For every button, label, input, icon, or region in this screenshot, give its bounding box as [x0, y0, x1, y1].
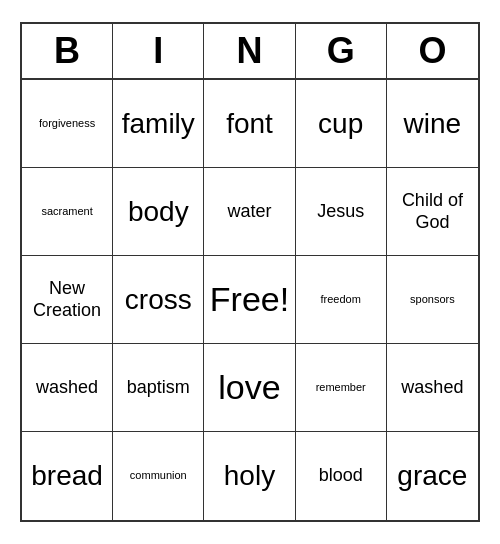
bingo-cell: Child of God	[387, 168, 478, 256]
cell-text: Free!	[210, 279, 289, 320]
cell-text: Child of God	[390, 190, 475, 233]
bingo-cell: font	[204, 80, 295, 168]
cell-text: washed	[401, 377, 463, 399]
cell-text: forgiveness	[39, 117, 95, 130]
bingo-cell: bread	[22, 432, 113, 520]
bingo-letter: G	[296, 24, 387, 78]
bingo-cell: forgiveness	[22, 80, 113, 168]
cell-text: communion	[130, 469, 187, 482]
cell-text: remember	[316, 381, 366, 394]
bingo-cell: grace	[387, 432, 478, 520]
bingo-cell: family	[113, 80, 204, 168]
bingo-grid: forgivenessfamilyfontcupwinesacramentbod…	[22, 80, 478, 520]
cell-text: cross	[125, 283, 192, 317]
bingo-cell: holy	[204, 432, 295, 520]
cell-text: freedom	[321, 293, 361, 306]
bingo-cell: body	[113, 168, 204, 256]
bingo-cell: washed	[22, 344, 113, 432]
cell-text: washed	[36, 377, 98, 399]
bingo-cell: sponsors	[387, 256, 478, 344]
bingo-cell: communion	[113, 432, 204, 520]
bingo-letter: B	[22, 24, 113, 78]
cell-text: body	[128, 195, 189, 229]
bingo-cell: freedom	[296, 256, 387, 344]
bingo-cell: water	[204, 168, 295, 256]
bingo-cell: Jesus	[296, 168, 387, 256]
bingo-cell: baptism	[113, 344, 204, 432]
bingo-cell: cross	[113, 256, 204, 344]
cell-text: blood	[319, 465, 363, 487]
bingo-letter: I	[113, 24, 204, 78]
bingo-cell: sacrament	[22, 168, 113, 256]
cell-text: sponsors	[410, 293, 455, 306]
bingo-cell: washed	[387, 344, 478, 432]
cell-text: family	[122, 107, 195, 141]
cell-text: font	[226, 107, 273, 141]
cell-text: baptism	[127, 377, 190, 399]
cell-text: sacrament	[41, 205, 92, 218]
cell-text: holy	[224, 459, 275, 493]
bingo-header: BINGO	[22, 24, 478, 80]
cell-text: cup	[318, 107, 363, 141]
bingo-cell: wine	[387, 80, 478, 168]
cell-text: bread	[31, 459, 103, 493]
cell-text: wine	[404, 107, 462, 141]
bingo-cell: New Creation	[22, 256, 113, 344]
cell-text: Jesus	[317, 201, 364, 223]
cell-text: love	[218, 367, 280, 408]
cell-text: New Creation	[25, 278, 109, 321]
bingo-cell: Free!	[204, 256, 295, 344]
bingo-cell: remember	[296, 344, 387, 432]
cell-text: grace	[397, 459, 467, 493]
bingo-cell: love	[204, 344, 295, 432]
bingo-letter: O	[387, 24, 478, 78]
bingo-letter: N	[204, 24, 295, 78]
cell-text: water	[227, 201, 271, 223]
bingo-cell: blood	[296, 432, 387, 520]
bingo-card: BINGO forgivenessfamilyfontcupwinesacram…	[20, 22, 480, 522]
bingo-cell: cup	[296, 80, 387, 168]
